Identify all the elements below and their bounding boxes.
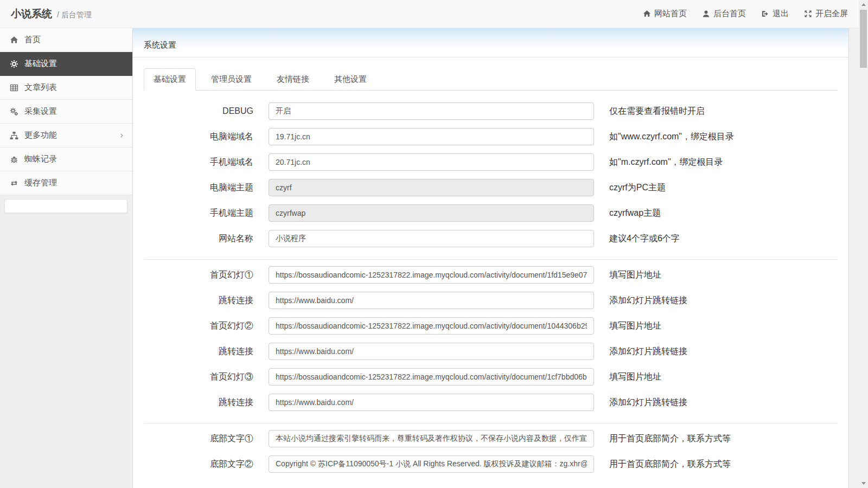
sitemap-icon <box>10 131 18 140</box>
field-help: 仅在需要查看报错时开启 <box>609 106 705 117</box>
field-help: 用于首页底部简介，联系方式等 <box>609 459 731 470</box>
form-row: 跳转连接添加幻灯片跳转链接 <box>144 292 838 309</box>
field-help: 添加幻灯片跳转链接 <box>609 397 687 408</box>
topnav-logout[interactable]: 退出 <box>761 9 789 19</box>
sidebar-item-home[interactable]: 首页 <box>0 28 132 52</box>
field-help: 填写图片地址 <box>609 320 661 332</box>
topnav-admin-home[interactable]: 后台首页 <box>702 9 746 19</box>
field-input[interactable] <box>269 230 594 247</box>
page-title: 系统设置 <box>144 40 176 50</box>
settings-form: DEBUG仅在需要查看报错时开启电脑端域名如"www.czyrf.com"，绑定… <box>144 102 838 473</box>
field-help: 添加幻灯片跳转链接 <box>609 346 687 357</box>
field-input[interactable] <box>269 455 594 473</box>
sidebar-item-label: 文章列表 <box>24 82 57 93</box>
field-label: 跳转连接 <box>144 397 253 408</box>
field-label: 跳转连接 <box>144 346 253 357</box>
field-input[interactable] <box>269 128 594 145</box>
sidebar-item-label: 缓存管理 <box>24 178 57 188</box>
form-row: 首页幻灯③填写图片地址 <box>144 368 838 386</box>
field-help: 添加幻灯片跳转链接 <box>609 295 687 306</box>
sidebar-item-spider-log[interactable]: 蜘蛛记录 <box>0 147 132 171</box>
topbar: 小说系统 / 后台管理 网站首页后台首页退出开启全屏 <box>0 0 859 28</box>
form-row: 电脑端主题czyrf为PC主题 <box>144 179 838 196</box>
scroll-up-arrow-icon[interactable] <box>859 0 868 9</box>
section-divider <box>144 259 838 260</box>
user-icon <box>702 10 710 18</box>
field-label: 首页幻灯② <box>144 320 253 332</box>
fullscreen-icon <box>804 10 812 18</box>
breadcrumb: / 后台管理 <box>57 10 92 20</box>
breadcrumb-separator: / <box>57 10 59 19</box>
sidebar-input[interactable] <box>4 199 127 213</box>
brand: 小说系统 / 后台管理 <box>11 7 92 21</box>
form-row: 首页幻灯①填写图片地址 <box>144 266 838 284</box>
sidebar-item-cache-management[interactable]: 缓存管理 <box>0 171 132 195</box>
field-label: 手机端主题 <box>144 208 253 219</box>
form-row: 跳转连接添加幻灯片跳转链接 <box>144 394 838 411</box>
scrollbar[interactable] <box>859 0 868 488</box>
field-input[interactable] <box>269 266 594 284</box>
sidebar-item-collect-settings[interactable]: 采集设置 <box>0 100 132 124</box>
field-help: 建议4个字或6个字 <box>609 233 680 245</box>
topnav-fullscreen[interactable]: 开启全屏 <box>804 9 848 19</box>
field-label: 底部文字① <box>144 433 253 445</box>
field-label: DEBUG <box>144 106 253 116</box>
sidebar-item-label: 更多功能 <box>24 130 57 140</box>
chevron-right-icon <box>118 132 125 139</box>
field-input[interactable] <box>269 102 594 120</box>
field-label: 首页幻灯③ <box>144 371 253 383</box>
topnav-label: 退出 <box>773 9 789 19</box>
scroll-down-arrow-icon[interactable] <box>859 479 868 488</box>
topnav-label: 网站首页 <box>654 9 687 19</box>
panel-header: 系统设置 <box>133 28 848 57</box>
form-row: 手机端域名如"m.czyrf.com"，绑定根目录 <box>144 153 838 171</box>
sidebar-item-more-features[interactable]: 更多功能 <box>0 124 132 147</box>
field-input <box>269 179 594 196</box>
scrollbar-thumb[interactable] <box>860 10 867 68</box>
topnav-site-home[interactable]: 网站首页 <box>643 9 687 19</box>
tab-other[interactable]: 其他设置 <box>324 68 376 91</box>
tab-basic[interactable]: 基础设置 <box>144 68 196 91</box>
sidebar-item-label: 基础设置 <box>24 59 57 69</box>
tab-links[interactable]: 友情链接 <box>267 68 319 91</box>
sidebar-item-label: 蜘蛛记录 <box>24 154 57 164</box>
sidebar: 首页基础设置文章列表采集设置更多功能蜘蛛记录缓存管理 <box>0 28 133 488</box>
app-title: 小说系统 <box>11 7 52 21</box>
table-icon <box>10 84 18 92</box>
form-row: DEBUG仅在需要查看报错时开启 <box>144 102 838 120</box>
refresh-icon <box>10 179 18 188</box>
field-input[interactable] <box>269 368 594 386</box>
field-label: 电脑端主题 <box>144 182 253 194</box>
form-row: 网站名称建议4个字或6个字 <box>144 230 838 247</box>
form-row: 首页幻灯②填写图片地址 <box>144 317 838 335</box>
field-input[interactable] <box>269 153 594 171</box>
sidebar-menu: 首页基础设置文章列表采集设置更多功能蜘蛛记录缓存管理 <box>0 28 132 195</box>
field-input[interactable] <box>269 430 594 447</box>
field-help: 如"www.czyrf.com"，绑定根目录 <box>609 131 734 143</box>
gear-icon <box>10 60 18 68</box>
field-help: 填写图片地址 <box>609 269 661 281</box>
form-row: 电脑端域名如"www.czyrf.com"，绑定根目录 <box>144 128 838 145</box>
field-input[interactable] <box>269 292 594 309</box>
topnav-label: 开启全屏 <box>815 9 848 19</box>
tab-admin[interactable]: 管理员设置 <box>201 68 261 91</box>
form-row: 底部文字①用于首页底部简介，联系方式等 <box>144 430 838 447</box>
field-help: czyrf为PC主题 <box>609 182 666 194</box>
field-label: 手机端域名 <box>144 157 253 168</box>
sidebar-item-basic-settings[interactable]: 基础设置 <box>0 52 132 76</box>
field-help: 用于首页底部简介，联系方式等 <box>609 433 731 445</box>
topnav-label: 后台首页 <box>713 9 746 19</box>
field-label: 电脑端域名 <box>144 131 253 143</box>
field-input[interactable] <box>269 317 594 335</box>
tab-bar: 基础设置管理员设置友情链接其他设置 <box>144 68 838 91</box>
field-input[interactable] <box>269 394 594 411</box>
field-label: 跳转连接 <box>144 295 253 306</box>
field-help: 填写图片地址 <box>609 371 661 383</box>
topbar-links: 网站首页后台首页退出开启全屏 <box>643 9 848 19</box>
field-input[interactable] <box>269 343 594 360</box>
sidebar-item-label: 首页 <box>24 35 41 45</box>
sidebar-item-article-list[interactable]: 文章列表 <box>0 76 132 100</box>
section-divider <box>144 423 838 423</box>
field-label: 首页幻灯① <box>144 269 253 281</box>
breadcrumb-current: 后台管理 <box>61 10 92 19</box>
